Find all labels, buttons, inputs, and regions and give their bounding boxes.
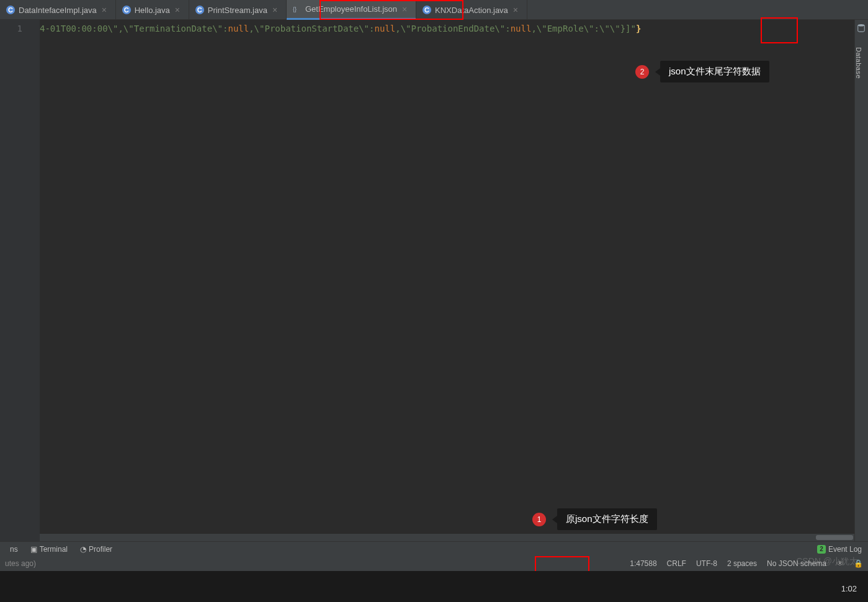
- line-number: 1: [0, 24, 22, 33]
- callout-arrow-icon: [655, 68, 660, 76]
- tab-label: Hello.java: [135, 6, 170, 15]
- os-taskbar[interactable]: [0, 571, 868, 602]
- java-class-icon: [6, 6, 15, 14]
- status-cursor-position[interactable]: 1:47588: [630, 559, 656, 568]
- callout-1: 1 原json文件字符长度: [532, 508, 657, 530]
- svg-point-0: [858, 24, 865, 27]
- callout-text: 原json文件字符长度: [557, 508, 657, 530]
- watermark-text: CSDN @小犹太: [796, 556, 858, 567]
- status-message: utes ago): [5, 559, 36, 568]
- editor-wrapper: 1 4-01T00:00:00\",\"TerminationDate\":nu…: [0, 20, 868, 541]
- callout-badge: 1: [532, 513, 546, 526]
- tool-truncated[interactable]: ns: [4, 542, 24, 556]
- tab-datainterfaceimpl[interactable]: DataIntefaceImpl.java ×: [0, 0, 116, 20]
- scrollbar-thumb[interactable]: [816, 535, 853, 540]
- java-class-icon: [122, 6, 131, 14]
- tool-label: Event Log: [828, 545, 862, 554]
- status-line-separator[interactable]: CRLF: [667, 559, 686, 568]
- status-bar: utes ago) 1:47588 CRLF UTF-8 2 spaces No…: [0, 556, 868, 571]
- side-toolwindow: Database: [854, 20, 868, 541]
- callout-arrow-icon: [552, 516, 557, 523]
- callout-2: 2 json文件末尾字符数据: [635, 61, 769, 82]
- status-encoding[interactable]: UTF-8: [696, 559, 717, 568]
- close-icon[interactable]: ×: [272, 5, 280, 15]
- database-icon: [857, 24, 866, 32]
- close-icon[interactable]: ×: [102, 5, 109, 15]
- editor-area[interactable]: 4-01T00:00:00\",\"TerminationDate\":null…: [40, 20, 858, 541]
- json-file-icon: [293, 5, 302, 14]
- side-database-label[interactable]: Database: [855, 32, 862, 79]
- close-icon[interactable]: ×: [402, 4, 409, 14]
- java-class-icon: [423, 6, 431, 14]
- editor-scrollbar-horizontal[interactable]: [40, 534, 854, 541]
- taskbar-clock[interactable]: 1:02: [841, 584, 857, 593]
- tab-label: DataIntefaceImpl.java: [19, 6, 97, 15]
- tab-printstream[interactable]: PrintStream.java ×: [189, 0, 287, 20]
- callout-badge: 2: [635, 65, 649, 79]
- editor-tabs-bar: DataIntefaceImpl.java × Hello.java × Pri…: [0, 0, 868, 20]
- code-line: 4-01T00:00:00\",\"TerminationDate\":null…: [40, 24, 858, 33]
- event-count-badge: 2: [817, 545, 826, 554]
- close-icon[interactable]: ×: [513, 5, 521, 15]
- terminal-icon: ▣: [30, 545, 37, 554]
- tab-label: PrintStream.java: [208, 6, 267, 15]
- profiler-icon: ◔: [80, 545, 86, 554]
- tool-label: Terminal: [40, 545, 68, 554]
- tool-label-fragment: ns: [10, 545, 18, 554]
- status-indent[interactable]: 2 spaces: [727, 559, 757, 568]
- tool-terminal[interactable]: ▣ Terminal: [24, 542, 74, 556]
- callout-text: json文件末尾字符数据: [660, 61, 769, 82]
- close-icon[interactable]: ×: [175, 5, 182, 15]
- tab-label: GetEmployeeInfoList.json: [305, 4, 397, 14]
- tab-knxdataaction[interactable]: KNXDataAction.java ×: [416, 0, 527, 20]
- tool-profiler[interactable]: ◔ Profiler: [74, 542, 119, 556]
- tool-event-log[interactable]: 2 Event Log: [811, 545, 868, 554]
- java-class-icon: [195, 6, 204, 14]
- tool-label: Profiler: [89, 545, 112, 554]
- tab-hello[interactable]: Hello.java ×: [116, 0, 189, 20]
- tab-label: KNXDataAction.java: [435, 6, 508, 15]
- tab-getemployeeinfolist[interactable]: GetEmployeeInfoList.json ×: [287, 0, 416, 20]
- editor-gutter: 1: [0, 20, 40, 541]
- bottom-toolbar: ns ▣ Terminal ◔ Profiler 2 Event Log: [0, 541, 868, 556]
